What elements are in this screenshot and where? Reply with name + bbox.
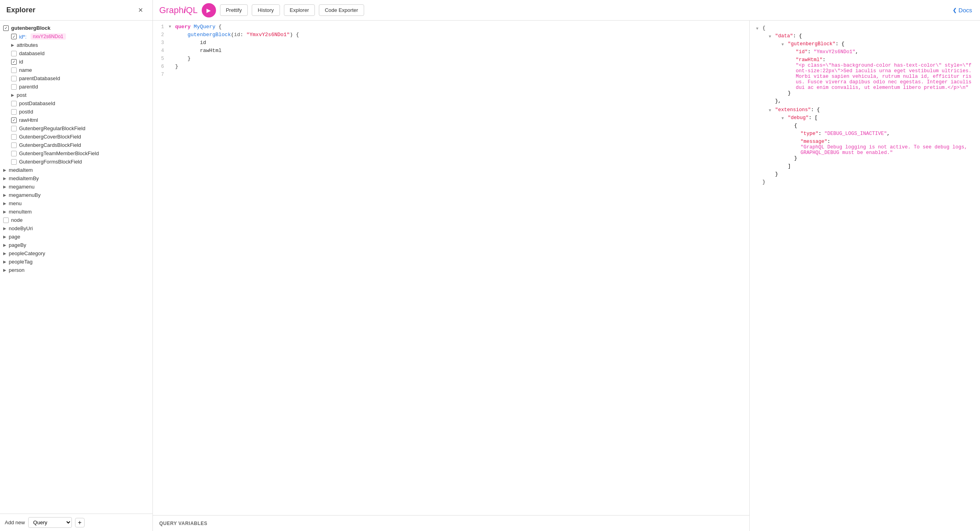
fold-arrow-1[interactable]: ▼ xyxy=(169,24,175,29)
topbar-right: ❮ Docs xyxy=(953,7,980,13)
tree-root-menu[interactable]: ▶ menu xyxy=(0,199,152,208)
tree-item-postid[interactable]: postId xyxy=(0,108,152,116)
code-line-3: 3 id xyxy=(153,40,749,48)
tree-item-cardsblockfield[interactable]: GutenbergCardsBlockField xyxy=(0,141,152,149)
graphiql-logo: GraphiQL xyxy=(159,5,198,15)
tree-root-person[interactable]: ▶ person xyxy=(0,266,152,274)
main-layout: gutenbergBlock id*: nxvY2s6NDo1 ▶ attrib… xyxy=(0,21,980,531)
topbar-center: GraphiQL Prettify History Explorer Code … xyxy=(153,3,953,17)
code-exporter-button[interactable]: Code Exporter xyxy=(319,4,364,16)
code-line-6: 6 } xyxy=(153,63,749,71)
run-button[interactable] xyxy=(202,3,216,17)
expand-arrow-pageby: ▶ xyxy=(3,243,6,247)
explorer-tree: gutenbergBlock id*: nxvY2s6NDo1 ▶ attrib… xyxy=(0,21,152,514)
checkbox-formsblockfield[interactable] xyxy=(11,159,17,165)
tree-item-id[interactable]: id xyxy=(0,58,152,66)
tree-root-menuitem[interactable]: ▶ menuItem xyxy=(0,208,152,216)
sidebar: gutenbergBlock id*: nxvY2s6NDo1 ▶ attrib… xyxy=(0,21,153,531)
root-item-label: gutenbergBlock xyxy=(11,25,50,31)
checkbox-id-star[interactable] xyxy=(11,34,17,39)
expand-arrow-menu: ▶ xyxy=(3,201,6,206)
expand-arrow-page: ▶ xyxy=(3,235,6,239)
expand-arrow-mediaitem: ▶ xyxy=(3,168,6,172)
checkbox-node[interactable] xyxy=(3,217,9,223)
checkbox-parentdatabaseid[interactable] xyxy=(11,76,17,81)
tree-item-post[interactable]: ▶ post xyxy=(0,91,152,99)
tree-root-nodebyuri[interactable]: ▶ nodeByUri xyxy=(0,224,152,233)
json-line-open: { xyxy=(762,25,974,33)
result-root: ▼ { ▼ "data": { xyxy=(756,25,974,187)
query-type-select[interactable]: Query Mutation Subscription xyxy=(28,517,72,528)
checkbox-gutenbergblock[interactable] xyxy=(3,25,9,31)
tree-root-node[interactable]: node xyxy=(0,216,152,224)
checkbox-cardsblockfield[interactable] xyxy=(11,142,17,148)
extensions-collapse[interactable]: ▼ xyxy=(769,107,775,113)
docs-button[interactable]: ❮ Docs xyxy=(953,7,972,13)
explorer-header: Explorer × xyxy=(0,0,153,20)
checkbox-coverblockfield[interactable] xyxy=(11,134,17,140)
id-value: nxvY2s6NDo1 xyxy=(31,33,66,40)
checkbox-id[interactable] xyxy=(11,59,17,65)
json-close: } xyxy=(762,179,974,187)
explorer-title: Explorer xyxy=(6,6,35,14)
checkbox-teammemberblockfield[interactable] xyxy=(11,151,17,156)
expand-arrow-peopletag: ▶ xyxy=(3,260,6,264)
gutenbergblock-collapse[interactable]: ▼ xyxy=(781,41,788,47)
add-new-label: Add new xyxy=(5,519,25,525)
tree-item-regularblockfield[interactable]: GutenbergRegularBlockField xyxy=(0,124,152,133)
tree-item-parentid[interactable]: parentId xyxy=(0,83,152,91)
close-button[interactable]: × xyxy=(135,4,146,16)
expand-arrow-attributes: ▶ xyxy=(11,43,14,47)
checkbox-postid[interactable] xyxy=(11,109,17,115)
tree-root-mediaitemby[interactable]: ▶ mediaItemBy xyxy=(0,174,152,183)
query-variables-label: QUERY VARIABLES xyxy=(159,521,207,526)
sidebar-footer: Add new Query Mutation Subscription + xyxy=(0,514,152,531)
tree-item-name[interactable]: name xyxy=(0,66,152,74)
history-button[interactable]: History xyxy=(252,4,280,16)
tree-item-attributes[interactable]: ▶ attributes xyxy=(0,41,152,49)
expand-arrow-nodebyuri: ▶ xyxy=(3,226,6,231)
prettify-button[interactable]: Prettify xyxy=(220,4,248,16)
chevron-left-icon: ❮ xyxy=(953,7,957,13)
query-editor[interactable]: 1 ▼ query MyQuery { 2 gutenbergBlock(id:… xyxy=(153,21,749,515)
topbar: Explorer × GraphiQL Prettify History Exp… xyxy=(0,0,980,21)
checkbox-rawhtml[interactable] xyxy=(11,117,17,123)
checkbox-databaseid[interactable] xyxy=(11,51,17,56)
tree-item-databaseid[interactable]: databaseId xyxy=(0,49,152,58)
code-line-5: 5 } xyxy=(153,56,749,63)
tree-item-teammemberblockfield[interactable]: GutenbergTeamMemberBlockField xyxy=(0,149,152,158)
tree-item-formsblockfield[interactable]: GutenbergFormsBlockField xyxy=(0,158,152,166)
query-variables-bar[interactable]: QUERY VARIABLES xyxy=(153,515,749,531)
tree-root-megamenuby[interactable]: ▶ megamenuBy xyxy=(0,191,152,199)
tree-item-parentdatabaseid[interactable]: parentDatabaseId xyxy=(0,74,152,83)
code-line-2: 2 gutenbergBlock(id: "YmxvY2s6NDo1") { xyxy=(153,32,749,40)
debug-collapse[interactable]: ▼ xyxy=(781,115,788,121)
tree-root-peopletag[interactable]: ▶ peopleTag xyxy=(0,258,152,266)
code-line-7: 7 xyxy=(153,71,749,79)
tree-root-pageby[interactable]: ▶ pageBy xyxy=(0,241,152,249)
expand-arrow-megamenuby: ▶ xyxy=(3,193,6,197)
tree-item-rawhtml[interactable]: rawHtml xyxy=(0,116,152,124)
tree-root-peoplecategory[interactable]: ▶ peopleCategory xyxy=(0,249,152,258)
tree-root-mediaitem[interactable]: ▶ mediaItem xyxy=(0,166,152,174)
expand-arrow-post: ▶ xyxy=(11,93,14,97)
result-collapse-arrow[interactable]: ▼ xyxy=(756,25,762,31)
checkbox-parentid[interactable] xyxy=(11,84,17,90)
tree-root-gutenbergblock[interactable]: gutenbergBlock xyxy=(0,24,152,32)
tree-item-coverblockfield[interactable]: GutenbergCoverBlockField xyxy=(0,133,152,141)
tree-root-page[interactable]: ▶ page xyxy=(0,233,152,241)
code-line-1: 1 ▼ query MyQuery { xyxy=(153,24,749,32)
explorer-button[interactable]: Explorer xyxy=(284,4,315,16)
data-collapse[interactable]: ▼ xyxy=(769,33,775,39)
tree-item-postdatabaseid[interactable]: postDatabaseId xyxy=(0,99,152,108)
expand-arrow-peoplecategory: ▶ xyxy=(3,251,6,256)
expand-arrow-menuitem: ▶ xyxy=(3,210,6,214)
expand-arrow-mediaitemby: ▶ xyxy=(3,176,6,181)
expand-arrow-megamenu: ▶ xyxy=(3,185,6,189)
tree-root-megamenu[interactable]: ▶ megamenu xyxy=(0,183,152,191)
checkbox-name[interactable] xyxy=(11,67,17,73)
checkbox-postdatabaseid[interactable] xyxy=(11,101,17,106)
add-query-button[interactable]: + xyxy=(75,518,85,527)
tree-item-id-star[interactable]: id*: nxvY2s6NDo1 xyxy=(0,32,152,41)
checkbox-regularblockfield[interactable] xyxy=(11,126,17,131)
